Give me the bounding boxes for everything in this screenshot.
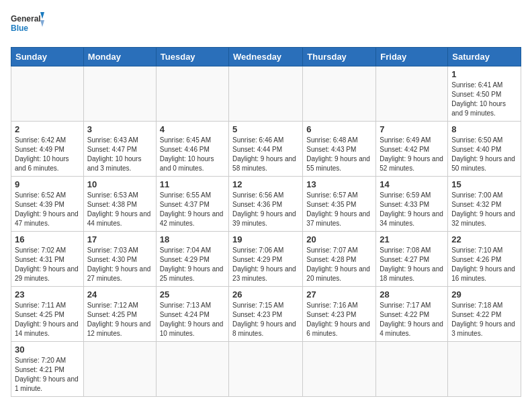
calendar-cell: 7Sunrise: 6:49 AMSunset: 4:42 PMDaylight… — [376, 122, 448, 177]
day-info: Sunrise: 6:57 AMSunset: 4:35 PMDaylight:… — [306, 191, 372, 228]
day-number: 2 — [15, 124, 80, 134]
day-number: 28 — [380, 289, 444, 300]
day-number: 18 — [160, 234, 225, 244]
calendar-cell: 8Sunrise: 6:50 AMSunset: 4:40 PMDaylight… — [448, 122, 521, 177]
calendar-cell — [229, 342, 303, 397]
day-info: Sunrise: 7:00 AMSunset: 4:32 PMDaylight:… — [451, 191, 517, 228]
day-info: Sunrise: 6:53 AMSunset: 4:38 PMDaylight:… — [87, 191, 152, 228]
calendar-cell — [376, 66, 448, 122]
col-header-thursday: Thursday — [303, 48, 376, 66]
day-number: 11 — [160, 179, 225, 189]
calendar-cell: 28Sunrise: 7:17 AMSunset: 4:22 PMDayligh… — [376, 287, 448, 342]
calendar-cell: 20Sunrise: 7:07 AMSunset: 4:28 PMDayligh… — [303, 232, 376, 287]
calendar-cell: 27Sunrise: 7:16 AMSunset: 4:23 PMDayligh… — [303, 287, 376, 342]
calendar-cell — [11, 66, 84, 122]
calendar-cell: 13Sunrise: 6:57 AMSunset: 4:35 PMDayligh… — [303, 177, 376, 232]
day-info: Sunrise: 7:17 AMSunset: 4:22 PMDaylight:… — [380, 301, 444, 338]
day-number: 5 — [232, 124, 299, 134]
calendar-cell: 26Sunrise: 7:15 AMSunset: 4:23 PMDayligh… — [229, 287, 303, 342]
day-info: Sunrise: 6:56 AMSunset: 4:36 PMDaylight:… — [232, 191, 299, 228]
calendar-cell — [229, 66, 303, 122]
day-info: Sunrise: 7:15 AMSunset: 4:23 PMDaylight:… — [232, 301, 299, 338]
day-number: 1 — [451, 69, 517, 79]
day-number: 8 — [451, 124, 517, 134]
day-number: 6 — [306, 124, 372, 134]
day-number: 20 — [306, 234, 372, 244]
day-number: 21 — [380, 234, 444, 244]
day-number: 19 — [232, 234, 299, 244]
col-header-friday: Friday — [376, 48, 448, 66]
day-number: 25 — [160, 289, 225, 300]
day-number: 15 — [451, 179, 517, 189]
calendar-cell: 3Sunrise: 6:43 AMSunset: 4:47 PMDaylight… — [83, 122, 156, 177]
day-number: 24 — [87, 289, 152, 300]
calendar-week-2: 2Sunrise: 6:42 AMSunset: 4:49 PMDaylight… — [11, 122, 521, 177]
day-info: Sunrise: 7:08 AMSunset: 4:27 PMDaylight:… — [380, 246, 444, 283]
day-number: 30 — [15, 345, 80, 355]
day-info: Sunrise: 6:41 AMSunset: 4:50 PMDaylight:… — [451, 81, 517, 118]
calendar-week-5: 23Sunrise: 7:11 AMSunset: 4:25 PMDayligh… — [11, 287, 521, 342]
calendar-header-row: SundayMondayTuesdayWednesdayThursdayFrid… — [11, 48, 521, 66]
calendar-cell: 17Sunrise: 7:03 AMSunset: 4:30 PMDayligh… — [83, 232, 156, 287]
calendar-cell: 10Sunrise: 6:53 AMSunset: 4:38 PMDayligh… — [83, 177, 156, 232]
calendar-week-1: 1Sunrise: 6:41 AMSunset: 4:50 PMDaylight… — [11, 66, 521, 122]
day-info: Sunrise: 7:18 AMSunset: 4:22 PMDaylight:… — [451, 301, 517, 338]
calendar-cell — [448, 342, 521, 397]
day-number: 16 — [15, 234, 80, 244]
calendar-cell: 2Sunrise: 6:42 AMSunset: 4:49 PMDaylight… — [11, 122, 84, 177]
calendar-cell: 6Sunrise: 6:48 AMSunset: 4:43 PMDaylight… — [303, 122, 376, 177]
calendar-cell: 22Sunrise: 7:10 AMSunset: 4:26 PMDayligh… — [448, 232, 521, 287]
logo: General Blue — [11, 11, 44, 40]
day-info: Sunrise: 7:13 AMSunset: 4:24 PMDaylight:… — [160, 301, 225, 338]
calendar-week-3: 9Sunrise: 6:52 AMSunset: 4:39 PMDaylight… — [11, 177, 521, 232]
page-header: General Blue — [11, 11, 521, 40]
day-info: Sunrise: 7:04 AMSunset: 4:29 PMDaylight:… — [160, 246, 225, 283]
calendar-cell: 16Sunrise: 7:02 AMSunset: 4:31 PMDayligh… — [11, 232, 84, 287]
day-number: 27 — [306, 289, 372, 300]
col-header-wednesday: Wednesday — [229, 48, 303, 66]
calendar-cell: 30Sunrise: 7:20 AMSunset: 4:21 PMDayligh… — [11, 342, 84, 397]
day-number: 3 — [87, 124, 152, 134]
calendar-cell: 5Sunrise: 6:46 AMSunset: 4:44 PMDaylight… — [229, 122, 303, 177]
day-number: 10 — [87, 179, 152, 189]
day-number: 23 — [15, 289, 80, 300]
calendar-cell — [83, 66, 156, 122]
svg-text:General: General — [11, 14, 41, 24]
day-info: Sunrise: 6:43 AMSunset: 4:47 PMDaylight:… — [87, 136, 152, 173]
day-info: Sunrise: 7:07 AMSunset: 4:28 PMDaylight:… — [306, 246, 372, 283]
col-header-sunday: Sunday — [11, 48, 84, 66]
day-info: Sunrise: 7:16 AMSunset: 4:23 PMDaylight:… — [306, 301, 372, 338]
day-info: Sunrise: 6:45 AMSunset: 4:46 PMDaylight:… — [160, 136, 225, 173]
day-info: Sunrise: 7:03 AMSunset: 4:30 PMDaylight:… — [87, 246, 152, 283]
calendar-cell: 19Sunrise: 7:06 AMSunset: 4:29 PMDayligh… — [229, 232, 303, 287]
day-info: Sunrise: 6:50 AMSunset: 4:40 PMDaylight:… — [451, 136, 517, 173]
calendar-cell — [156, 66, 228, 122]
calendar-cell — [156, 342, 228, 397]
day-info: Sunrise: 7:20 AMSunset: 4:21 PMDaylight:… — [15, 356, 80, 394]
svg-text:Blue: Blue — [11, 24, 28, 33]
logo-svg: General Blue — [11, 11, 44, 40]
svg-marker-3 — [40, 20, 44, 27]
calendar-cell — [303, 66, 376, 122]
day-info: Sunrise: 6:42 AMSunset: 4:49 PMDaylight:… — [15, 136, 80, 173]
col-header-monday: Monday — [83, 48, 156, 66]
day-info: Sunrise: 6:48 AMSunset: 4:43 PMDaylight:… — [306, 136, 372, 173]
calendar-cell: 15Sunrise: 7:00 AMSunset: 4:32 PMDayligh… — [448, 177, 521, 232]
calendar-cell: 14Sunrise: 6:59 AMSunset: 4:33 PMDayligh… — [376, 177, 448, 232]
day-info: Sunrise: 6:55 AMSunset: 4:37 PMDaylight:… — [160, 191, 225, 228]
calendar-cell — [376, 342, 448, 397]
calendar-cell: 21Sunrise: 7:08 AMSunset: 4:27 PMDayligh… — [376, 232, 448, 287]
day-number: 26 — [232, 289, 299, 300]
calendar-cell: 4Sunrise: 6:45 AMSunset: 4:46 PMDaylight… — [156, 122, 228, 177]
calendar-cell — [303, 342, 376, 397]
svg-marker-2 — [40, 12, 44, 19]
day-info: Sunrise: 6:59 AMSunset: 4:33 PMDaylight:… — [380, 191, 444, 228]
day-info: Sunrise: 6:49 AMSunset: 4:42 PMDaylight:… — [380, 136, 444, 173]
day-info: Sunrise: 6:52 AMSunset: 4:39 PMDaylight:… — [15, 191, 80, 228]
calendar-cell: 25Sunrise: 7:13 AMSunset: 4:24 PMDayligh… — [156, 287, 228, 342]
col-header-tuesday: Tuesday — [156, 48, 228, 66]
day-info: Sunrise: 7:11 AMSunset: 4:25 PMDaylight:… — [15, 301, 80, 338]
day-number: 9 — [15, 179, 80, 189]
day-number: 14 — [380, 179, 444, 189]
day-number: 12 — [232, 179, 299, 189]
